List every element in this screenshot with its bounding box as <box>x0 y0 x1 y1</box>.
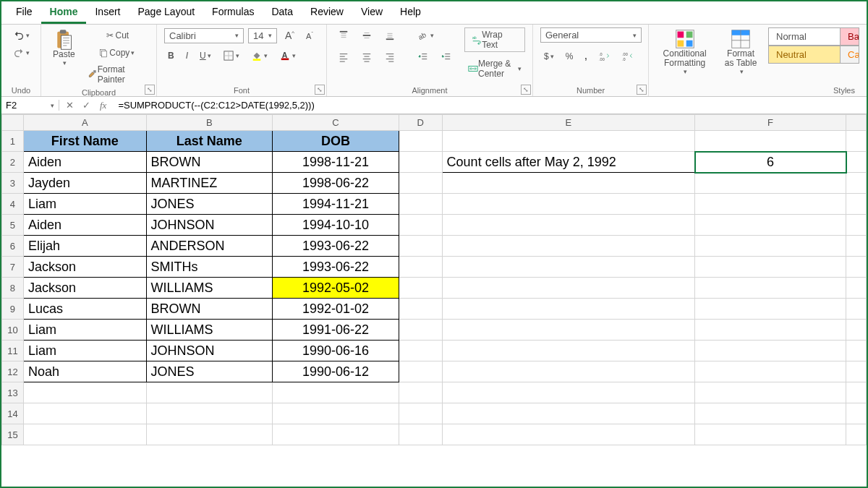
cell-B13[interactable] <box>146 382 273 403</box>
cell-E6[interactable] <box>442 236 694 257</box>
tab-view[interactable]: View <box>352 3 391 24</box>
cell-G10[interactable] <box>846 320 867 341</box>
align-left-button[interactable] <box>334 49 353 65</box>
row-header[interactable]: 7 <box>2 257 24 278</box>
fill-color-button[interactable]: ▾ <box>247 48 271 64</box>
cell-A3[interactable]: Jayden <box>23 173 146 194</box>
fx-icon[interactable]: fx <box>95 100 111 111</box>
font-color-button[interactable]: A▾ <box>276 48 299 64</box>
cell-G8[interactable] <box>846 278 867 299</box>
row-header[interactable]: 12 <box>2 361 24 382</box>
cell-F6[interactable] <box>695 236 846 257</box>
format-painter-button[interactable]: Format Painter <box>84 62 149 87</box>
align-center-button[interactable] <box>357 49 376 65</box>
conditional-formatting-button[interactable]: Conditional Formatting▾ <box>656 27 713 77</box>
tab-review[interactable]: Review <box>302 3 352 24</box>
align-top-button[interactable] <box>334 27 353 43</box>
cell-D13[interactable] <box>399 382 442 403</box>
cell-G14[interactable] <box>846 403 867 424</box>
cell-G11[interactable] <box>846 341 867 361</box>
cell-D8[interactable] <box>399 278 442 299</box>
cell-D10[interactable] <box>399 320 442 341</box>
align-middle-button[interactable] <box>357 27 376 43</box>
cell-G13[interactable] <box>846 382 867 403</box>
cell-C14[interactable] <box>273 403 399 424</box>
cell-F8[interactable] <box>695 278 846 299</box>
row-header[interactable]: 15 <box>2 424 24 445</box>
cell-E1[interactable] <box>442 131 694 152</box>
row-header[interactable]: 3 <box>2 173 24 194</box>
cell-E8[interactable] <box>442 278 694 299</box>
select-all-corner[interactable] <box>2 115 24 131</box>
cell-style-calculation[interactable]: Cal <box>841 46 859 64</box>
row-header[interactable]: 10 <box>2 320 24 341</box>
name-box[interactable]: F2▾ <box>1 100 59 111</box>
col-header-C[interactable]: C <box>273 115 399 131</box>
cell-G7[interactable] <box>846 257 867 278</box>
row-header[interactable]: 6 <box>2 236 24 257</box>
cell-F3[interactable] <box>695 173 846 194</box>
undo-button[interactable]: ▾ <box>9 27 33 43</box>
cell-B11[interactable]: JOHNSON <box>146 341 273 361</box>
cell-C2[interactable]: 1998-11-21 <box>273 152 399 173</box>
cell-G3[interactable] <box>846 173 867 194</box>
cell-G5[interactable] <box>846 215 867 236</box>
copy-button[interactable]: Copy▾ <box>84 45 149 61</box>
col-header-E[interactable]: E <box>442 115 694 131</box>
cut-button[interactable]: ✂ Cut <box>84 27 149 43</box>
cell-A6[interactable]: Elijah <box>23 236 146 257</box>
cell-G15[interactable] <box>846 424 867 445</box>
cell-A5[interactable]: Aiden <box>23 215 146 236</box>
tab-formulas[interactable]: Formulas <box>203 3 263 24</box>
cell-A12[interactable]: Noah <box>23 361 146 382</box>
cell-F4[interactable] <box>695 194 846 215</box>
cell-D3[interactable] <box>399 173 442 194</box>
cell-B5[interactable]: JOHNSON <box>146 215 273 236</box>
cell-E3[interactable] <box>442 173 694 194</box>
cell-A2[interactable]: Aiden <box>23 152 146 173</box>
tab-data[interactable]: Data <box>263 3 302 24</box>
cell-C9[interactable]: 1992-01-02 <box>273 299 399 320</box>
col-header-B[interactable]: B <box>146 115 273 131</box>
font-dialog-launcher[interactable]: ⤡ <box>315 85 325 95</box>
underline-button[interactable]: U▾ <box>196 48 215 63</box>
redo-button[interactable]: ▾ <box>9 45 33 61</box>
row-header[interactable]: 2 <box>2 152 24 173</box>
col-header-A[interactable]: A <box>23 115 146 131</box>
row-header[interactable]: 13 <box>2 382 24 403</box>
cell-D11[interactable] <box>399 341 442 361</box>
cell-B1[interactable]: Last Name <box>146 131 273 152</box>
cell-D9[interactable] <box>399 299 442 320</box>
cell-E10[interactable] <box>442 320 694 341</box>
cell-G12[interactable] <box>846 361 867 382</box>
number-format-select[interactable]: General▾ <box>540 27 642 43</box>
merge-center-button[interactable]: Merge & Center▾ <box>464 56 525 81</box>
cell-E12[interactable] <box>442 361 694 382</box>
col-header-F[interactable]: F <box>695 115 846 131</box>
cell-C13[interactable] <box>273 382 399 403</box>
cell-C6[interactable]: 1993-06-22 <box>273 236 399 257</box>
cell-D12[interactable] <box>399 361 442 382</box>
cell-D15[interactable] <box>399 424 442 445</box>
col-header-D[interactable]: D <box>399 115 442 131</box>
cell-B10[interactable]: WILLIAMS <box>146 320 273 341</box>
font-size-select[interactable]: 14▾ <box>248 28 277 43</box>
cell-C8[interactable]: 1992-05-02 <box>273 278 399 299</box>
cell-D4[interactable] <box>399 194 442 215</box>
cell-G1[interactable] <box>846 131 867 152</box>
cell-C3[interactable]: 1998-06-22 <box>273 173 399 194</box>
wrap-text-button[interactable]: ab Wrap Text <box>464 27 525 52</box>
accounting-format-button[interactable]: $▾ <box>540 49 558 64</box>
cell-E13[interactable] <box>442 382 694 403</box>
cell-A1[interactable]: First Name <box>23 131 146 152</box>
increase-font-button[interactable]: A^ <box>281 27 298 43</box>
row-header[interactable]: 1 <box>2 131 24 152</box>
cell-F14[interactable] <box>695 403 846 424</box>
cell-F7[interactable] <box>695 257 846 278</box>
cell-C11[interactable]: 1990-06-16 <box>273 341 399 361</box>
cell-D1[interactable] <box>399 131 442 152</box>
cell-G4[interactable] <box>846 194 867 215</box>
cell-D7[interactable] <box>399 257 442 278</box>
cell-E5[interactable] <box>442 215 694 236</box>
cell-F2[interactable]: 6 <box>695 152 846 173</box>
